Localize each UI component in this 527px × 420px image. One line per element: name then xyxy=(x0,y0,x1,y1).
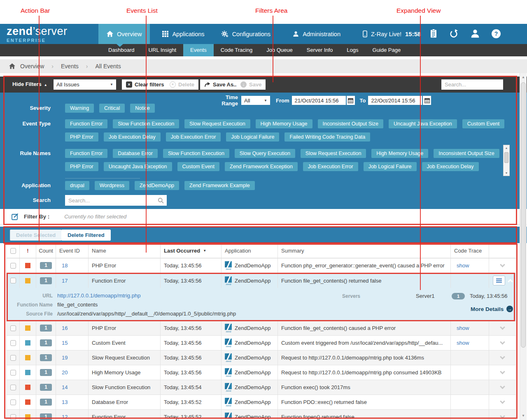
col-event-id[interactable]: Event ID xyxy=(56,244,89,258)
event-id-link[interactable]: 16 xyxy=(62,325,68,331)
save-as-button[interactable]: Save As... xyxy=(200,79,242,90)
breadcrumb-overview[interactable]: Overview xyxy=(20,63,44,70)
col-code-trace[interactable]: Code Trace xyxy=(451,244,489,258)
rule-name-chip[interactable]: Job Execution Error xyxy=(303,162,358,171)
help-icon[interactable]: ? xyxy=(492,29,501,38)
chevron-down-icon[interactable] xyxy=(500,325,505,330)
col-name[interactable]: Name xyxy=(89,244,161,258)
application-chip[interactable]: drupal xyxy=(65,181,89,190)
filter-search-input[interactable] xyxy=(65,197,158,204)
row-checkbox[interactable] xyxy=(10,263,16,269)
application-chip[interactable]: Wordpress xyxy=(95,181,129,190)
rule-name-chip[interactable]: Job Logical Failure xyxy=(364,162,417,171)
chevron-down-icon[interactable] xyxy=(500,399,505,404)
scrollbar-thumb[interactable] xyxy=(521,82,526,348)
rule-name-chip[interactable]: Zend Framework Exception xyxy=(225,162,298,171)
scroll-up-icon[interactable]: ▲ xyxy=(520,75,527,79)
row-checkbox[interactable] xyxy=(10,414,16,420)
restart-refresh-icon[interactable] xyxy=(449,29,458,38)
nav-item-applications[interactable]: Applications xyxy=(154,24,212,44)
subnav-item[interactable]: Server Info xyxy=(300,44,340,56)
filters-scrollbar[interactable]: ▲ ▼ xyxy=(503,145,510,176)
delete-selected-button[interactable]: Delete Selected xyxy=(10,230,62,241)
to-calendar-icon[interactable] xyxy=(423,96,431,105)
event-id-link[interactable]: 15 xyxy=(62,340,68,346)
from-calendar-icon[interactable] xyxy=(347,96,355,105)
rule-name-chip[interactable]: PHP Error xyxy=(65,162,98,171)
chevron-down-icon[interactable] xyxy=(500,262,505,267)
toolbar-search-input[interactable] xyxy=(441,81,520,88)
breadcrumb-all-events[interactable]: All Events xyxy=(96,63,121,70)
rule-name-chip[interactable]: Slow Query Execution xyxy=(235,149,295,158)
col-alert[interactable]: ! xyxy=(20,244,36,258)
code-trace-show-link[interactable]: show xyxy=(457,325,469,331)
table-row[interactable]: 1 16 PHP Error Today, 13:45:56 zend Zend… xyxy=(6,321,516,336)
event-id-link[interactable]: 18 xyxy=(62,262,68,269)
subnav-item[interactable]: Job Queue xyxy=(259,44,300,56)
row-checkbox[interactable] xyxy=(10,385,16,390)
to-date-input[interactable] xyxy=(368,96,422,105)
nav-item-overview[interactable]: Overview xyxy=(98,24,150,44)
rule-name-chip[interactable]: High Memory Usage xyxy=(371,149,428,158)
time-range-select[interactable]: All▼ xyxy=(241,96,270,105)
subnav-item[interactable]: Code Tracing xyxy=(214,44,259,56)
delete-filter-button[interactable]: × Delete xyxy=(166,79,198,90)
application-chip[interactable]: ZendDemoApp xyxy=(135,181,179,190)
col-count[interactable]: Count xyxy=(36,244,56,258)
event-type-chip[interactable]: High Memory Usage xyxy=(256,119,312,128)
application-chip[interactable]: Zend Framework Example xyxy=(184,181,255,190)
event-id-link[interactable]: 19 xyxy=(62,355,68,361)
nav-item-zray-live[interactable]: Z-Ray Live! xyxy=(354,24,410,44)
chevron-up-icon[interactable] xyxy=(508,279,513,284)
event-type-chip[interactable]: Custom Event xyxy=(462,119,505,128)
severity-chip[interactable]: Warning xyxy=(65,104,94,113)
chevron-down-icon[interactable] xyxy=(500,369,505,374)
page-scrollbar[interactable]: ▲ ▼ xyxy=(520,73,527,420)
event-type-chip[interactable]: Job Execution Error xyxy=(166,132,221,142)
subnav-item[interactable]: Logs xyxy=(340,44,365,56)
audit-clipboard-icon[interactable] xyxy=(430,29,437,38)
save-button[interactable]: ↓ Save xyxy=(236,79,266,90)
rule-name-chip[interactable]: Job Execution Delay xyxy=(422,162,479,171)
rule-name-chip[interactable]: Function Error xyxy=(65,149,107,158)
event-type-chip[interactable]: Slow Function Execution xyxy=(113,119,179,128)
scroll-up-icon[interactable]: ▲ xyxy=(504,146,509,149)
chevron-down-icon[interactable] xyxy=(500,354,505,360)
event-id-link[interactable]: 20 xyxy=(62,369,68,376)
row-checkbox[interactable] xyxy=(10,355,16,361)
col-summary[interactable]: Summary xyxy=(278,244,451,258)
event-type-chip[interactable]: Job Logical Failure xyxy=(226,132,279,142)
rule-name-chip[interactable]: Database Error xyxy=(113,149,158,158)
code-trace-show-link[interactable]: show xyxy=(457,340,469,346)
event-type-chip[interactable]: Uncaught Java Exception xyxy=(389,119,457,128)
scroll-down-icon[interactable]: ▼ xyxy=(504,172,509,174)
event-id-link[interactable]: 14 xyxy=(62,384,68,390)
event-id-link[interactable]: 17 xyxy=(62,278,68,284)
row-checkbox[interactable] xyxy=(10,278,16,283)
clear-filters-button[interactable]: × Clear filters xyxy=(122,79,168,90)
user-account-icon[interactable] xyxy=(471,29,480,38)
edit-filter-icon[interactable] xyxy=(12,213,19,220)
issues-select[interactable]: All Issues▼ xyxy=(54,79,116,90)
chevron-down-icon[interactable] xyxy=(500,413,505,419)
subnav-item[interactable]: Guide Page xyxy=(366,44,408,56)
col-application[interactable]: Application xyxy=(222,244,278,258)
table-row[interactable]: 1 18 PHP Error Today, 13:45:56 zend Zend… xyxy=(6,258,516,273)
breadcrumb-events[interactable]: Events xyxy=(61,63,79,70)
scrollbar-thumb[interactable] xyxy=(504,152,508,163)
subnav-item[interactable]: URL Insight xyxy=(142,44,183,56)
table-row[interactable]: 1 15 Custom Event Today, 13:45:56 zend Z… xyxy=(6,336,516,350)
event-type-chip[interactable]: Job Execution Delay xyxy=(104,132,161,142)
table-row[interactable]: 1 12 Function Error Today, 13:45:52 zend… xyxy=(6,410,516,420)
chevron-down-icon[interactable] xyxy=(500,339,505,345)
rule-name-chip[interactable]: Inconsistent Output Size xyxy=(434,149,499,158)
col-last-occurred[interactable]: Last Occurred▼ xyxy=(161,244,222,258)
scroll-down-icon[interactable]: ▼ xyxy=(520,414,527,418)
event-type-chip[interactable]: Function Error xyxy=(65,119,107,128)
subnav-item[interactable]: Events xyxy=(183,44,214,56)
event-type-chip[interactable]: Slow Request Execution xyxy=(184,119,250,128)
hide-filters-toggle[interactable]: Hide Filters▲ xyxy=(12,81,47,87)
search-icon[interactable] xyxy=(158,197,164,204)
severity-chip[interactable]: Notice xyxy=(130,104,154,113)
row-checkbox[interactable] xyxy=(10,399,16,405)
